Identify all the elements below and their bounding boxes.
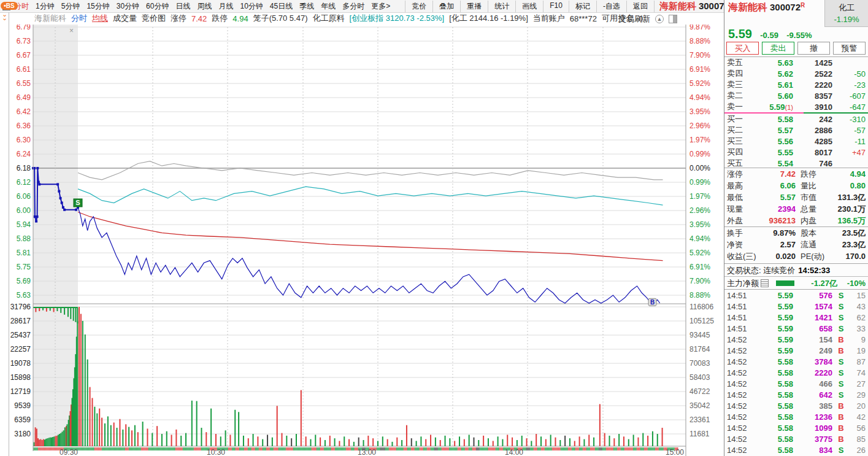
split-view-icon[interactable] [669, 15, 677, 23]
tab-45日线[interactable]: 45日线 [270, 1, 293, 12]
tick-trade-row: 14:525.59154B9 [724, 334, 868, 345]
stat-row: 现量2394总量230.1万 [724, 203, 868, 215]
svg-text:6.79: 6.79 [17, 25, 31, 31]
list-icon[interactable] [761, 279, 769, 287]
tab-季线[interactable]: 季线 [299, 1, 314, 12]
tab-周线[interactable]: 周线 [197, 1, 212, 12]
svg-text:5.92%: 5.92% [689, 79, 710, 88]
limit-up-label: 涨停 [171, 13, 186, 24]
svg-text:12719: 12719 [10, 387, 31, 396]
toolbar-button-统计[interactable]: 统计 [488, 1, 515, 12]
tab-5分钟[interactable]: 5分钟 [61, 1, 80, 12]
stock-name: 海新能科 [728, 2, 767, 12]
index-overlay-label[interactable]: [创业板指 3120.73 -2.53%] [350, 13, 445, 24]
expand-icon[interactable]: ▲ [655, 15, 664, 23]
industry-label[interactable]: 化工原料 [313, 13, 345, 24]
header-volume-toggle[interactable]: 成交量 [113, 13, 137, 24]
stat-row: 最低5.57市值131.3亿 [724, 191, 868, 203]
order-book-row-卖二[interactable]: 卖二5.608357-607 [724, 90, 868, 101]
svg-text:6.36: 6.36 [17, 122, 31, 130]
sector-quote-box[interactable]: 化工 -1.19% [824, 0, 868, 27]
trade-refresh-link[interactable]: 交易刷新 [618, 14, 650, 25]
header-bidchart-toggle[interactable]: 竞价图 [142, 13, 166, 24]
sector-overlay-label[interactable]: [化工 2144.16 -1.19%] [449, 13, 528, 24]
stock-code: 300072 [770, 2, 801, 12]
tick-trade-row: 14:515.59576S15 [724, 290, 868, 301]
header-view-label[interactable]: 分时 [71, 13, 87, 24]
sector-overlay-line [78, 187, 663, 205]
toolbar-button--自选[interactable]: -自选 [596, 1, 626, 12]
order-book-row-卖一[interactable]: 卖一5.59(1)3910-647 [724, 101, 868, 112]
order-book-row-卖四[interactable]: 卖四5.622522-50 [724, 68, 868, 79]
order-book-row-买二[interactable]: 买二5.572886-57 [724, 125, 868, 136]
intraday-chart-svg: ×SB6.796.736.676.616.556.496.426.366.306… [0, 25, 724, 456]
trading-status-label: 交易状态: 连续竞价 [724, 265, 795, 276]
svg-text:31796: 31796 [10, 303, 31, 311]
tick-trade-row: 14:525.58834S26 [724, 444, 868, 455]
stats-table: 涨停7.42跌停4.94最高6.06量比0.80最低5.57市值131.3亿现量… [724, 168, 868, 262]
order-book-row-卖三[interactable]: 卖三5.612220-23 [724, 79, 868, 90]
tab-1分钟[interactable]: 1分钟 [36, 1, 55, 12]
toolbar-button-标记[interactable]: 标记 [569, 1, 596, 12]
buy-button[interactable]: 买入 [726, 42, 759, 55]
svg-text:6.49: 6.49 [17, 93, 31, 102]
tab-年线[interactable]: 年线 [321, 1, 336, 12]
tick-trade-row: 14:515.591574S43 [724, 301, 868, 312]
tab-多分时[interactable]: 多分时 [342, 1, 364, 12]
toolbar-button-F10[interactable]: F10 [543, 1, 569, 12]
toolbar-button-竞价[interactable]: 竞价 [405, 1, 432, 12]
toolbar-button-返回[interactable]: 返回 [626, 1, 655, 12]
svg-text:0.00%: 0.00% [689, 164, 710, 172]
svg-text:93445: 93445 [689, 331, 710, 339]
order-book-row-买三[interactable]: 买三5.564285-11 [724, 136, 868, 147]
average-price-line [78, 212, 663, 261]
svg-text:5.92%: 5.92% [689, 249, 710, 257]
tab-月线[interactable]: 月线 [218, 1, 233, 12]
order-book-row-卖五[interactable]: 卖五5.631425 [724, 57, 868, 68]
svg-text:5.63: 5.63 [17, 291, 31, 299]
svg-text:6.55: 6.55 [17, 79, 31, 88]
tick-trade-row: 14:525.582220S74 [724, 367, 868, 378]
double-chevron-down-icon[interactable]: ⌄⌄ [2, 12, 7, 20]
tab-60分钟[interactable]: 60分钟 [146, 1, 169, 12]
toolbar-button-叠加[interactable]: 叠加 [432, 1, 460, 12]
tick-trade-list[interactable]: 14:515.59576S1514:515.591574S4314:515.59… [724, 289, 868, 456]
trading-status-row: 交易状态: 连续竞价 14:52:33 [724, 263, 868, 277]
svg-text:0.99%: 0.99% [689, 178, 710, 187]
toolbar-button-重播[interactable]: 重播 [460, 1, 488, 12]
header-right-tools: 交易刷新 ▲ [618, 14, 677, 25]
tab-30分钟[interactable]: 30分钟 [117, 1, 139, 12]
tab-15分钟[interactable]: 15分钟 [86, 1, 109, 12]
tab-更多>[interactable]: 更多> [371, 1, 390, 12]
tab-日线[interactable]: 日线 [175, 1, 190, 12]
account-label: 当前账户 [533, 13, 565, 24]
order-book-row-买四[interactable]: 买四5.558017+47 [724, 147, 868, 158]
period-tabs: 分时1分钟5分钟15分钟30分钟60分钟日线周线月线10分钟45日线季线年线多分… [14, 1, 390, 12]
svg-text:35042: 35042 [689, 401, 710, 410]
toolbar-stock-title: 海新能科300072R [659, 1, 734, 12]
price-line [78, 207, 660, 303]
limit-up-value: 7.42 [191, 14, 207, 23]
bs-signal-badge[interactable]: •BS [1, 2, 18, 10]
header-ma-toggle[interactable]: 均线 [92, 13, 108, 24]
cancel-button[interactable]: 撤 [797, 42, 830, 55]
intraday-chart[interactable]: ×SB6.796.736.676.616.556.496.426.366.306… [0, 25, 724, 456]
order-book-row-买一[interactable]: 买一5.58242-310 [724, 114, 868, 125]
sell-button[interactable]: 卖出 [762, 42, 794, 55]
tick-trade-row: 14:515.591421S62 [724, 312, 868, 323]
svg-text:6.42: 6.42 [17, 107, 31, 116]
tab-10分钟[interactable]: 10分钟 [240, 1, 263, 12]
svg-text:81764: 81764 [689, 345, 710, 354]
tick-trade-row: 14:515.59658S33 [724, 323, 868, 334]
tick-trade-row: 14:525.58385B20 [724, 400, 868, 411]
toolbar-button-画线[interactable]: 画线 [515, 1, 543, 12]
svg-text:58403: 58403 [689, 373, 710, 382]
svg-text:2.96%: 2.96% [689, 206, 710, 215]
svg-text:116806: 116806 [689, 303, 713, 311]
trade-buttons: 买入卖出撤预警 [724, 42, 868, 56]
svg-text:13:00: 13:00 [358, 448, 376, 456]
svg-text:9539: 9539 [14, 401, 31, 410]
stat-row: 收益(三)0.020PE(动)170.0 [724, 250, 868, 262]
svg-text:6.61: 6.61 [17, 65, 31, 74]
alert-button[interactable]: 预警 [833, 42, 866, 55]
